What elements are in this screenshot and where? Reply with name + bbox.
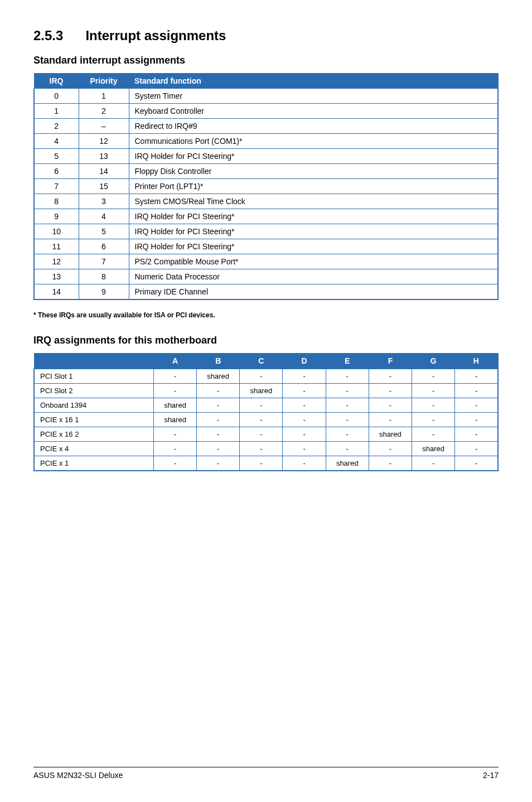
irq-assignment-cell: -	[240, 398, 283, 413]
irq-assignment-cell: -	[412, 427, 455, 442]
function-cell: PS/2 Compatible Mouse Port*	[129, 254, 498, 269]
irq-cell: 11	[34, 239, 79, 254]
table2-header-col: E	[326, 353, 369, 369]
irq-cell: 0	[34, 89, 79, 104]
irq-assignment-cell: -	[283, 442, 326, 456]
irq-assignment-cell: -	[240, 427, 283, 442]
table1-header-func: Standard function	[129, 73, 498, 89]
irq-assignment-cell: shared	[153, 398, 196, 413]
irq-assignment-cell: -	[412, 384, 455, 398]
table-row: PCIE x 4------shared-	[34, 442, 498, 456]
subsection-title-1: Standard interrupt assignments	[33, 55, 499, 66]
table1-header-irq: IRQ	[34, 73, 79, 89]
irq-assignment-cell: -	[412, 369, 455, 384]
priority-cell: 9	[79, 284, 129, 300]
irq-assignment-cell: -	[369, 413, 412, 427]
table2-header-col: G	[412, 353, 455, 369]
table2-header-col: D	[283, 353, 326, 369]
irq-assignment-cell: shared	[369, 427, 412, 442]
irq-assignment-cell: -	[369, 398, 412, 413]
table-row: Onboard 1394shared-------	[34, 398, 498, 413]
irq-cell: 14	[34, 284, 79, 300]
irq-assignment-cell: -	[412, 398, 455, 413]
irq-assignment-cell: -	[153, 369, 196, 384]
irq-assignment-cell: -	[326, 398, 369, 413]
priority-cell: 12	[79, 134, 129, 149]
irq-assignment-cell: -	[197, 413, 240, 427]
function-cell: IRQ Holder for PCI Steering*	[129, 224, 498, 239]
irq-assignment-cell: -	[240, 413, 283, 427]
table2-header-blank	[34, 353, 153, 369]
irq-assignment-cell: -	[240, 442, 283, 456]
irq-assignment-cell: -	[153, 442, 196, 456]
table2-header-col: H	[455, 353, 498, 369]
function-cell: System CMOS/Real Time Clock	[129, 194, 498, 209]
irq-assignment-cell: -	[455, 442, 498, 456]
row-name-cell: PCIE x 1	[34, 456, 153, 471]
section-number: 2.5.3	[33, 28, 63, 44]
function-cell: Primary IDE Channel	[129, 284, 498, 300]
table-row: 412Communications Port (COM1)*	[34, 134, 498, 149]
priority-cell: 14	[79, 164, 129, 179]
table2-header-col: C	[240, 353, 283, 369]
irq-assignment-cell: -	[283, 369, 326, 384]
irq-assignment-cell: shared	[197, 369, 240, 384]
table-row: 149Primary IDE Channel	[34, 284, 498, 300]
irq-cell: 12	[34, 254, 79, 269]
irq-cell: 1	[34, 104, 79, 119]
priority-cell: 2	[79, 104, 129, 119]
irq-cell: 5	[34, 149, 79, 164]
footer-left: ASUS M2N32-SLI Deluxe	[33, 771, 123, 780]
irq-assignment-cell: -	[369, 442, 412, 456]
irq-assignment-cell: shared	[326, 456, 369, 471]
irq-assignment-cell: shared	[240, 384, 283, 398]
row-name-cell: PCI Slot 2	[34, 384, 153, 398]
irq-assignment-cell: -	[369, 456, 412, 471]
table1-header-priority: Priority	[79, 73, 129, 89]
irq-assignment-cell: -	[283, 427, 326, 442]
irq-cell: 9	[34, 209, 79, 224]
function-cell: Communications Port (COM1)*	[129, 134, 498, 149]
irq-assignment-cell: -	[240, 456, 283, 471]
irq-cell: 7	[34, 179, 79, 194]
priority-cell: 13	[79, 149, 129, 164]
table-row: 513IRQ Holder for PCI Steering*	[34, 149, 498, 164]
footer-right: 2-17	[483, 771, 499, 780]
priority-cell: 15	[79, 179, 129, 194]
irq-cell: 8	[34, 194, 79, 209]
table-row: 116IRQ Holder for PCI Steering*	[34, 239, 498, 254]
irq-assignment-cell: -	[197, 456, 240, 471]
irq-cell: 2	[34, 119, 79, 134]
irq-assignment-cell: -	[283, 413, 326, 427]
table2-header-col: B	[197, 353, 240, 369]
table2-header-row: A B C D E F G H	[34, 353, 498, 369]
section-title: 2.5.3Interrupt assignments	[33, 28, 499, 44]
irq-assignment-cell: -	[326, 427, 369, 442]
irq-assignment-cell: -	[369, 369, 412, 384]
table-row: PCIE x 16 2-----shared--	[34, 427, 498, 442]
table-row: 614Floppy Disk Controller	[34, 164, 498, 179]
irq-assignment-cell: -	[455, 384, 498, 398]
irq-assignment-cell: -	[455, 427, 498, 442]
irq-assignment-cell: -	[455, 456, 498, 471]
priority-cell: 8	[79, 269, 129, 284]
table-row: 01System Timer	[34, 89, 498, 104]
priority-cell: 3	[79, 194, 129, 209]
irq-assignment-cell: -	[326, 442, 369, 456]
function-cell: IRQ Holder for PCI Steering*	[129, 149, 498, 164]
function-cell: IRQ Holder for PCI Steering*	[129, 209, 498, 224]
row-name-cell: Onboard 1394	[34, 398, 153, 413]
table-row: 105IRQ Holder for PCI Steering*	[34, 224, 498, 239]
priority-cell: 6	[79, 239, 129, 254]
irq-assignment-cell: -	[412, 413, 455, 427]
irq-assignment-cell: -	[197, 384, 240, 398]
irq-assignment-cell: -	[326, 384, 369, 398]
function-cell: Keyboard Controller	[129, 104, 498, 119]
priority-cell: 5	[79, 224, 129, 239]
irq-assignment-cell: -	[153, 456, 196, 471]
table-row: 94IRQ Holder for PCI Steering*	[34, 209, 498, 224]
page-footer: ASUS M2N32-SLI Deluxe 2-17	[33, 767, 499, 780]
table-row: 715Printer Port (LPT1)*	[34, 179, 498, 194]
priority-cell: 1	[79, 89, 129, 104]
table1-header-row: IRQ Priority Standard function	[34, 73, 498, 89]
